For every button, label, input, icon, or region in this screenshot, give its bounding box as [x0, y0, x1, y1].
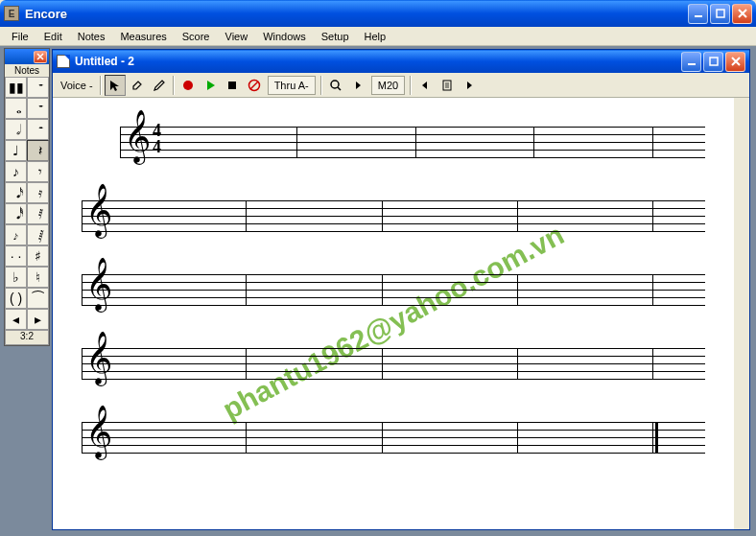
main-titlebar: E Encore: [0, 0, 756, 27]
barline: [246, 422, 247, 453]
staff-row[interactable]: 𝄞44: [120, 127, 734, 157]
barline: [82, 348, 83, 379]
no-midi-icon[interactable]: [244, 75, 265, 96]
note-thirtysecond[interactable]: 𝅘𝅥𝅰: [5, 203, 27, 224]
page-prev-button[interactable]: [414, 75, 436, 96]
menu-windows[interactable]: Windows: [255, 29, 314, 44]
flat-toggle[interactable]: ♭: [5, 267, 27, 288]
barline: [533, 127, 534, 157]
thru-selector[interactable]: Thru A-: [268, 76, 316, 95]
barline: [652, 274, 653, 305]
mdi-client-area: Notes ▮▮ 𝄻 𝅝 𝄻 𝅗𝅥 𝄼 ♩ 𝄽 ♪ 𝄾 𝅘𝅥𝅯 𝄿 𝅘𝅥𝅰 𝅀 …: [0, 46, 756, 536]
barline: [415, 127, 416, 157]
pencil-tool[interactable]: [149, 75, 170, 96]
svg-point-7: [331, 81, 339, 88]
barline: [382, 348, 383, 379]
prev-palette[interactable]: ◂: [5, 309, 27, 330]
staff-row[interactable]: 𝄞: [82, 348, 734, 379]
doc-minimize-button[interactable]: [681, 52, 701, 72]
eraser-tool[interactable]: [127, 75, 148, 96]
treble-clef-icon: 𝄞: [85, 187, 112, 233]
barline: [517, 274, 518, 305]
staff-system: 𝄞44𝄞𝄞𝄞𝄞: [82, 127, 734, 453]
menu-file[interactable]: File: [4, 29, 36, 44]
zoom-tool[interactable]: [325, 75, 346, 96]
natural-toggle[interactable]: ♮: [27, 267, 49, 288]
menu-score[interactable]: Score: [175, 29, 218, 44]
menubar: File Edit Notes Measures Score View Wind…: [0, 27, 756, 46]
note-whole[interactable]: 𝅝: [5, 98, 27, 119]
app-title: Encore: [25, 7, 688, 21]
document-window: Untitled - 2 Voice - Thru A-: [52, 49, 750, 530]
dot-toggle[interactable]: · ·: [5, 245, 27, 267]
tie-toggle[interactable]: ⁀: [27, 288, 49, 309]
rest-thirtysecond[interactable]: 𝅀: [27, 203, 49, 224]
barline: [517, 200, 518, 231]
barline: [382, 274, 383, 305]
barline: [652, 200, 653, 231]
note-double-bar[interactable]: ▮▮: [5, 77, 27, 98]
voice-label[interactable]: Voice -: [57, 80, 97, 91]
notes-palette[interactable]: Notes ▮▮ 𝄻 𝅝 𝄻 𝅗𝅥 𝄼 ♩ 𝄽 ♪ 𝄾 𝅘𝅥𝅯 𝄿 𝅘𝅥𝅰 𝅀 …: [4, 48, 50, 346]
note-sixteenth[interactable]: 𝅘𝅥𝅯: [5, 182, 27, 203]
note-half[interactable]: 𝅗𝅥: [5, 119, 27, 140]
barline: [652, 348, 653, 379]
menu-view[interactable]: View: [218, 29, 256, 44]
tuplet-ratio[interactable]: 3:2: [5, 330, 49, 345]
minimize-button[interactable]: [688, 4, 708, 24]
main-window: E Encore File Edit Notes Measures Score …: [0, 0, 756, 536]
note-eighth[interactable]: ♪: [5, 161, 27, 182]
rest-quarter[interactable]: 𝄽: [27, 140, 49, 161]
menu-setup[interactable]: Setup: [314, 29, 357, 44]
menu-edit[interactable]: Edit: [36, 29, 70, 44]
sharp-toggle[interactable]: ♯: [27, 245, 49, 267]
palette-titlebar: [5, 49, 49, 64]
svg-rect-3: [710, 58, 718, 65]
barline: [82, 422, 83, 453]
menu-notes[interactable]: Notes: [70, 29, 113, 44]
treble-clef-icon: 𝄞: [124, 113, 151, 159]
menu-help[interactable]: Help: [357, 29, 394, 44]
maximize-button[interactable]: [710, 4, 730, 24]
arrow-tool[interactable]: [105, 75, 126, 96]
barline: [82, 200, 83, 231]
note-grace[interactable]: 𝆔: [5, 224, 27, 245]
rest-sixteenth[interactable]: 𝄿: [27, 182, 49, 203]
play-button[interactable]: [200, 75, 221, 96]
doc-title: Untitled - 2: [75, 55, 681, 68]
doc-maximize-button[interactable]: [703, 52, 723, 72]
paren-toggle[interactable]: ( ): [5, 288, 27, 309]
next-palette[interactable]: ▸: [27, 309, 49, 330]
rest-half[interactable]: 𝄼: [27, 119, 49, 140]
palette-close-button[interactable]: [34, 51, 47, 63]
palette-title: Notes: [5, 64, 49, 77]
barline: [246, 200, 247, 231]
rest-sixtyfourth[interactable]: 𝅁: [27, 224, 49, 245]
rest-eighth[interactable]: 𝄾: [27, 161, 49, 182]
score-canvas[interactable]: phantu1962@yahoo.com.vn 𝄞44𝄞𝄞𝄞𝄞: [53, 98, 749, 529]
doc-toolbar: Voice - Thru A- M20: [53, 73, 749, 98]
barline: [82, 274, 83, 305]
menu-measures[interactable]: Measures: [112, 29, 174, 44]
barline: [517, 348, 518, 379]
doc-titlebar: Untitled - 2: [53, 50, 749, 73]
doc-close-button[interactable]: [725, 52, 745, 72]
close-button[interactable]: [732, 4, 752, 24]
zoom-next-icon[interactable]: [347, 75, 368, 96]
rest-whole[interactable]: 𝄻: [27, 98, 49, 119]
time-signature: 44: [153, 123, 161, 155]
staff-row[interactable]: 𝄞: [82, 200, 734, 231]
page-view-icon[interactable]: [437, 75, 458, 96]
stop-button[interactable]: [222, 75, 243, 96]
barline: [652, 422, 653, 453]
palette-grid: ▮▮ 𝄻 𝅝 𝄻 𝅗𝅥 𝄼 ♩ 𝄽 ♪ 𝄾 𝅘𝅥𝅯 𝄿 𝅘𝅥𝅰 𝅀 𝆔 𝅁 · …: [5, 77, 49, 345]
staff-row[interactable]: 𝄞: [82, 274, 734, 305]
page-next-button[interactable]: [459, 75, 480, 96]
rest-multi[interactable]: 𝄻: [27, 77, 49, 98]
staff-row[interactable]: 𝄞: [82, 422, 734, 453]
measure-indicator[interactable]: M20: [371, 76, 405, 95]
record-button[interactable]: [177, 75, 199, 96]
note-quarter[interactable]: ♩: [5, 140, 27, 161]
treble-clef-icon: 𝄞: [85, 335, 112, 381]
barline: [120, 127, 121, 157]
